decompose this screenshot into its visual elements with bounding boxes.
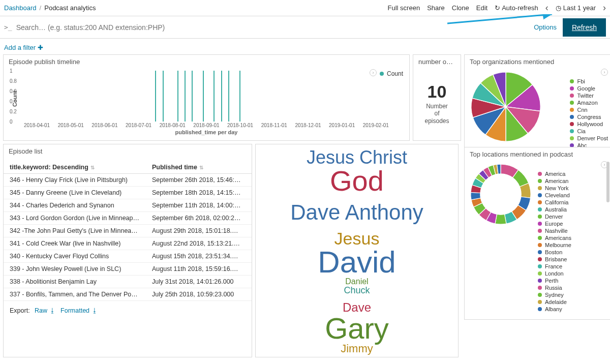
table-row[interactable]: 343 - Lord Gordon Gordon (Live in Minnea… (4, 212, 252, 225)
table-row[interactable]: 337 - Bonfils, Tammen, and The Denver Po… (4, 288, 252, 301)
row-2: Episode list title.keyword: Descending⇅ … (3, 144, 461, 357)
legend-dot-icon (570, 86, 574, 90)
legend-item[interactable]: Cia (570, 128, 608, 135)
legend-item[interactable]: Sydney (538, 291, 608, 298)
table-row[interactable]: 344 - Charles Dederich and SynanonSeptem… (4, 199, 252, 212)
keyword-term[interactable]: David (315, 247, 399, 278)
cell-published: August 15th 2018, 23:51:34.000 (146, 250, 248, 262)
legend-item[interactable]: American (538, 177, 608, 185)
panel-episode-timeline: Episode publish timeline › Count Count 0… (3, 54, 410, 141)
legend-label: Amazon (577, 100, 597, 106)
legend-label: New York (545, 185, 568, 191)
cell-title: 337 - Bonfils, Tammen, and The Denver Po… (4, 288, 146, 300)
locations-donut-chart (468, 161, 534, 227)
legend-item[interactable]: Melbourne (538, 241, 608, 249)
table-row[interactable]: 340 - Kentucky Caver Floyd CollinsAugust… (4, 250, 252, 263)
keyword-term[interactable]: Gary (322, 314, 392, 343)
legend-item[interactable]: Hollywood (570, 120, 608, 128)
legend-item[interactable]: France (538, 263, 608, 270)
legend-item[interactable]: London (538, 270, 608, 277)
table-row[interactable]: 341 - Cold Creek War (live in Nashville)… (4, 237, 252, 250)
legend-item[interactable]: Perth (538, 277, 608, 284)
cell-published: September 6th 2018, 02:00:22.000 (146, 212, 248, 224)
legend-dot-icon (538, 300, 542, 304)
add-filter-button[interactable]: Add a filter ✚ (4, 44, 43, 51)
table-row[interactable]: 339 - John Wesley Powell (Live in SLC)Au… (4, 263, 252, 276)
legend-item[interactable]: Europe (538, 220, 608, 227)
legend-item[interactable]: Russia (538, 284, 608, 291)
column-header-title[interactable]: title.keyword: Descending⇅ (4, 161, 146, 173)
legend-dot-icon (538, 229, 542, 233)
legend-label: Google (577, 85, 595, 92)
panel-title: Top organizations mentioned (465, 55, 610, 67)
fullscreen-button[interactable]: Full screen (388, 4, 420, 12)
legend-item[interactable]: New York (538, 185, 608, 192)
breadcrumb: Dashboard / Podcast analytics (4, 4, 96, 12)
legend-item[interactable]: Americans (538, 234, 608, 241)
legend-item[interactable]: Brisbane (538, 256, 608, 263)
auto-refresh-button[interactable]: ↻ Auto-refresh (495, 4, 538, 12)
legend-item[interactable]: Denver (538, 213, 608, 220)
time-range-label: Last 1 year (563, 4, 596, 12)
legend-label: Albany (545, 306, 562, 312)
legend-item[interactable]: Nashville (538, 227, 608, 234)
keyword-term[interactable]: Jesus (331, 230, 383, 247)
search-bar: >_ Options Refresh (0, 16, 610, 39)
legend-item[interactable]: California (538, 199, 608, 206)
panel-top-locations: Top locations mentioned in podcast › Ame… (464, 147, 610, 320)
keyword-term[interactable]: Daniel (342, 278, 371, 286)
edit-button[interactable]: Edit (476, 4, 487, 12)
legend-item[interactable]: Google (570, 85, 608, 92)
legend-dot-icon (538, 279, 542, 283)
refresh-icon: ↻ (495, 4, 500, 12)
table-row[interactable]: 342 -The John Paul Getty's (Live in Minn… (4, 225, 252, 237)
legend-item[interactable]: Adelaide (538, 298, 608, 306)
breadcrumb-root[interactable]: Dashboard (4, 4, 37, 12)
legend-label: Russia (545, 285, 562, 291)
scrollbar-thumb[interactable] (606, 162, 609, 202)
filter-bar: Add a filter ✚ (0, 39, 610, 54)
cell-title: 339 - John Wesley Powell (Live in SLC) (4, 263, 146, 275)
keyword-term[interactable]: Jesus Christ (303, 148, 410, 167)
legend-item[interactable]: Denver Post (570, 135, 608, 142)
legend-item[interactable]: Fbi (570, 78, 608, 85)
column-header-published[interactable]: Published time⇅ (146, 161, 248, 173)
legend-dot-icon (570, 129, 574, 133)
legend-item[interactable]: America (538, 170, 608, 177)
timeline-bar (192, 71, 193, 122)
table-row[interactable]: 338 - Abolitionist Benjamin LayJuly 31st… (4, 276, 252, 288)
share-button[interactable]: Share (427, 4, 445, 12)
legend-item[interactable]: Cleveland (538, 192, 608, 199)
time-next-icon[interactable]: › (603, 3, 606, 13)
keyword-term[interactable]: Jimmy (338, 343, 376, 354)
legend-item[interactable]: Cnn (570, 106, 608, 113)
time-range-picker[interactable]: ◷ Last 1 year (556, 4, 596, 12)
keyword-term[interactable]: Chuck (341, 286, 373, 295)
clone-button[interactable]: Clone (452, 4, 469, 12)
legend-item[interactable]: Congress (570, 113, 608, 120)
export-raw-link[interactable]: Raw ⭳ (35, 307, 56, 314)
legend-label: Denver (545, 214, 563, 220)
legend-toggle-icon[interactable]: › (601, 69, 608, 76)
legend-item[interactable]: Albany (538, 306, 608, 313)
table-row[interactable]: 346 - Henry Clay Frick (Live in Pittsbur… (4, 174, 252, 187)
clock-icon: ◷ (556, 4, 561, 12)
legend-item[interactable]: Amazon (570, 99, 608, 106)
search-input[interactable] (16, 23, 534, 32)
legend-item[interactable]: Australia (538, 206, 608, 213)
add-filter-label: Add a filter (4, 44, 36, 51)
keyword-term[interactable]: God (327, 167, 387, 195)
legend-label: Fbi (577, 78, 585, 84)
legend-dot-icon (538, 200, 542, 204)
keyword-term[interactable]: Dave Anthony (287, 202, 426, 223)
cell-published: August 11th 2018, 15:59:16.000 (146, 263, 248, 275)
legend-label: Hollywood (577, 121, 603, 127)
export-formatted-link[interactable]: Formatted ⭳ (60, 307, 98, 314)
search-options-link[interactable]: Options (534, 23, 557, 31)
table-row[interactable]: 345 - Danny Greene (Live in Cleveland)Se… (4, 187, 252, 199)
legend-item[interactable]: Boston (538, 249, 608, 256)
legend-item[interactable]: Twitter (570, 92, 608, 99)
refresh-button[interactable]: Refresh (563, 18, 606, 37)
legend-dot-icon (538, 243, 542, 247)
time-prev-icon[interactable]: ‹ (545, 3, 548, 13)
